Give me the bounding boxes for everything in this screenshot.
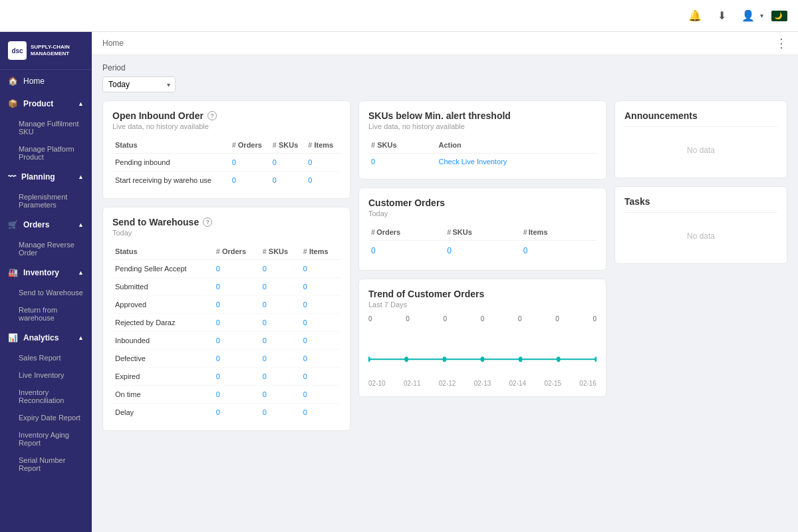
skus-cell[interactable]: 0 [260,386,301,404]
orders-cell[interactable]: 0 [229,154,270,172]
sidebar-item-home[interactable]: 🏠 Home [0,70,92,92]
items-cell[interactable]: 0 [301,296,340,314]
sidebar-item-inventory-recon[interactable]: Inventory Reconciliation [0,384,92,409]
status-cell: Defective [112,350,213,368]
trend-title: Trend of Customer Orders [368,289,597,299]
sidebar-item-inventory[interactable]: 🏭 Inventory ▲ [0,261,92,284]
period-select-wrapper: Today Yesterday Last 7 Days Last 30 Days [102,76,176,92]
customer-orders-title: Customer Orders [368,198,597,208]
items-cell[interactable]: 0 [301,260,340,278]
svg-point-4 [481,356,485,362]
sku-threshold-value[interactable]: 0 [368,154,436,170]
items-cell[interactable]: 0 [301,350,340,368]
sidebar-item-live-inventory[interactable]: Live Inventory [0,366,92,384]
orders-cell[interactable]: 0 [213,314,260,332]
orders-cell[interactable]: 0 [213,278,260,296]
sidebar-item-product[interactable]: 📦 Product ▲ [0,92,92,115]
send-to-warehouse-info-icon[interactable]: ? [203,217,212,227]
user-icon: 👤 [739,7,757,25]
orders-cell[interactable]: 0 [213,260,260,278]
customer-orders-subtitle: Today [368,209,597,217]
orders-cell[interactable]: 0 [213,350,260,368]
chart-dates: 02-10 02-11 02-12 02-13 02-14 02-15 02-1… [368,380,597,387]
user-chevron: ▾ [760,12,763,19]
orders-cell[interactable]: 0 [229,172,270,190]
co-items-value[interactable]: 0 [521,241,597,261]
sidebar-product-label: Product [23,99,53,108]
live-inventory-label: Live Inventory [19,371,64,379]
sidebar-item-manage-platform[interactable]: Manage Platform Product [0,140,92,166]
skus-cell[interactable]: 0 [270,154,305,172]
more-options-icon[interactable]: ⋮ [775,37,787,49]
items-cell[interactable]: 0 [301,278,340,296]
bell-icon[interactable]: 🔔 [686,7,704,25]
table-row: Pending Seller Accept 0 0 0 [112,260,340,278]
items-cell[interactable]: 0 [301,314,340,332]
breadcrumb: Home [102,39,124,48]
skus-cell[interactable]: 0 [260,278,301,296]
sidebar-item-sales-report[interactable]: Sales Report [0,349,92,366]
download-icon[interactable]: ⬇ [712,7,731,25]
skus-cell[interactable]: 0 [260,368,301,386]
orders-cell[interactable]: 0 [213,368,260,386]
items-cell[interactable]: 0 [301,386,340,404]
skus-cell[interactable]: 0 [260,404,301,422]
orders-cell[interactable]: 0 [213,404,260,422]
product-icon: 📦 [8,99,18,108]
orders-icon: 🛒 [8,220,18,229]
sidebar-item-analytics[interactable]: 📊 Analytics ▲ [0,327,92,349]
skus-cell[interactable]: 0 [260,296,301,314]
items-cell[interactable]: 0 [301,404,340,422]
sidebar-item-expiry-date[interactable]: Expiry Date Report [0,409,92,426]
sku-threshold-table: # SKUs Action 0 Check Live Inventory [368,137,597,170]
send-to-warehouse-subtitle: Today [112,229,340,237]
sidebar-item-serial-number[interactable]: Serial Number Report [0,452,92,477]
content-area: Period Today Yesterday Last 7 Days Last … [92,55,798,439]
sidebar-item-inventory-aging[interactable]: Inventory Aging Report [0,426,92,452]
co-orders-value[interactable]: 0 [368,241,444,261]
sku-threshold-row: 0 Check Live Inventory [368,154,597,170]
sidebar-item-send-warehouse[interactable]: Send to Warehouse [0,284,92,301]
user-area[interactable]: 👤 ▾ [739,7,763,25]
co-skus-value[interactable]: 0 [444,241,520,261]
items-cell[interactable]: 0 [301,368,340,386]
period-select[interactable]: Today Yesterday Last 7 Days Last 30 Days [102,76,176,92]
sidebar-item-planning[interactable]: 〰 Planning ▲ [0,166,92,188]
status-cell: Rejected by Daraz [112,314,213,332]
trend-card: Trend of Customer Orders Last 7 Days 0 0… [358,279,606,397]
skus-cell[interactable]: 0 [260,260,301,278]
items-cell[interactable]: 0 [305,172,340,190]
sidebar-item-replenishment[interactable]: Replenishment Parameters [0,188,92,213]
col-skus-2: # SKUs [260,243,301,260]
sidebar-item-manage-fulfillment[interactable]: Manage Fulfilment SKU [0,115,92,140]
co-skus-label: # SKUs [444,224,520,241]
col-status-1: Status [112,137,229,154]
orders-cell[interactable]: 0 [213,386,260,404]
tasks-title: Tasks [624,196,777,213]
open-inbound-info-icon[interactable]: ? [207,111,217,120]
sidebar-item-orders[interactable]: 🛒 Orders ▲ [0,213,92,236]
flag-icon[interactable] [771,11,787,21]
table-row: Approved 0 0 0 [112,296,340,314]
col-status-2: Status [112,243,213,260]
header-icons: 🔔 ⬇ 👤 ▾ [686,7,787,25]
skus-cell[interactable]: 0 [260,350,301,368]
check-live-inventory-link[interactable]: Check Live Inventory [436,154,597,170]
skus-cell[interactable]: 0 [270,172,305,190]
right-col: Announcements No data Tasks No data [614,100,787,264]
sidebar-item-manage-reverse[interactable]: Manage Reverse Order [0,236,92,261]
svg-point-5 [519,356,523,362]
sidebar-item-return-warehouse[interactable]: Return from warehouse [0,301,92,327]
items-cell[interactable]: 0 [301,332,340,350]
logo-tagline: SUPPLY-CHAINMANAGEMENT [31,44,70,57]
items-cell[interactable]: 0 [305,154,340,172]
planning-chevron: ▲ [78,174,84,180]
status-cell: Submitted [112,278,213,296]
skus-cell[interactable]: 0 [260,314,301,332]
orders-chevron: ▲ [78,221,84,228]
orders-cell[interactable]: 0 [213,296,260,314]
skus-cell[interactable]: 0 [260,332,301,350]
period-label: Period [102,63,787,72]
sku-threshold-subtitle: Live data, no history available [368,122,597,130]
orders-cell[interactable]: 0 [213,332,260,350]
